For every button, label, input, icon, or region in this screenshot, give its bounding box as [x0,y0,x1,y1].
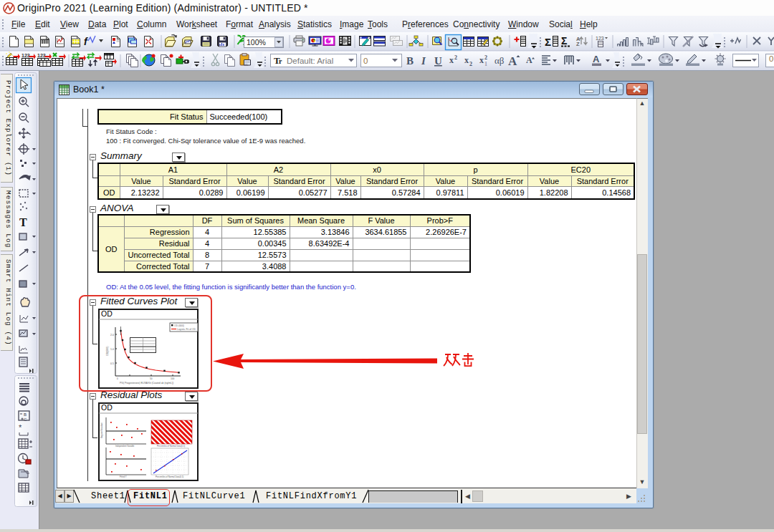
svg-text:Logistic Fit of OD: Logistic Fit of OD [177,328,196,331]
svg-text:I: I [421,55,426,67]
svg-text:αβ: αβ [494,55,505,66]
svg-text:Σ: Σ [545,36,551,48]
svg-text:123: 123 [37,53,46,58]
svg-text:Fitted Y: Fitted Y [120,475,127,478]
svg-text:2: 2 [484,54,487,61]
svg-text:T: T [19,216,27,228]
svg-text:100%: 100% [247,38,266,47]
svg-text:2: 2 [469,61,472,67]
svg-text:A: A [593,54,600,64]
svg-text:B: B [24,412,27,417]
svg-text:Percentiles of Normal Data(0.5: Percentiles of Normal Data(0.5) [156,475,183,478]
svg-text:0.5: 0.5 [110,362,114,365]
svg-text:Default: Arial: Default: Arial [287,57,333,65]
svg-text:*: * [19,423,22,432]
svg-text:Σ: Σ [561,35,567,47]
svg-text:1: 1 [484,61,487,67]
svg-text:123: 123 [596,36,604,41]
svg-text:0: 0 [363,57,368,65]
svg-text:C: C [24,417,27,422]
svg-text:1.0: 1.0 [110,348,114,351]
svg-text:PG( Progesterone) ELISA Kit (C: PG( Progesterone) ELISA Kit (Coated ab (… [120,382,173,385]
svg-text:x: x [449,55,454,65]
svg-text:Z: Z [576,41,580,47]
svg-text:0: 0 [117,377,118,380]
svg-text:50: 50 [150,377,153,380]
svg-text:Percentiles of Normal Data(0.5: Percentiles of Normal Data(0.5) [157,445,185,448]
svg-text:f: f [84,36,88,47]
svg-text:2.0: 2.0 [110,334,114,337]
svg-text:A: A [508,54,517,68]
svg-text:2: 2 [454,54,457,61]
svg-text:OD(600): OD(600) [106,347,109,356]
svg-text:x: x [479,55,484,65]
svg-text:OD (600): OD (600) [174,324,184,327]
svg-text:B: B [406,55,414,67]
svg-text:U: U [434,55,442,67]
svg-text:A: A [526,55,532,65]
svg-text:123: 123 [22,53,30,58]
svg-text:x: x [464,55,469,65]
svg-text:Regular Residual: Regular Residual [100,422,103,438]
svg-text:Independent Variable: Independent Variable [115,445,135,448]
svg-text:100: 100 [171,377,175,380]
svg-text:r: r [279,57,282,65]
